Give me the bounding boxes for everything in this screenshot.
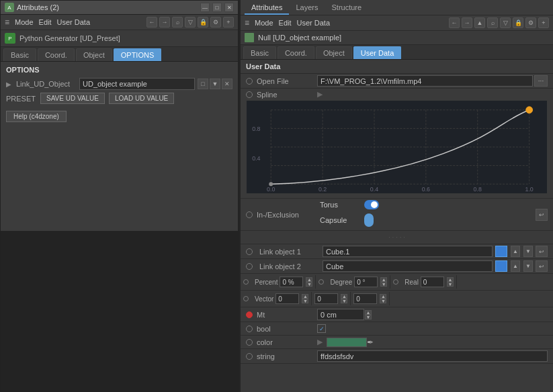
color-row: color ▶ ✒ <box>241 336 553 349</box>
r-lock-btn[interactable]: 🔒 <box>513 17 523 28</box>
v3-up[interactable]: ▲ <box>380 294 386 299</box>
mt-up[interactable]: ▲ <box>365 310 372 315</box>
eyedropper-icon[interactable]: ✒ <box>367 338 374 347</box>
link1-opts-btn[interactable]: ↩ <box>536 246 548 257</box>
user-data-menu[interactable]: User Data <box>57 18 91 26</box>
back-btn[interactable]: ← <box>146 17 157 28</box>
right-content: User Data Open File ··· Spline ▶ <box>241 60 553 392</box>
forward-btn[interactable]: → <box>159 17 170 28</box>
tab-coord[interactable]: Coord. <box>38 48 75 61</box>
search-btn[interactable]: ⌕ <box>172 17 183 28</box>
link-icon-2[interactable]: ▼ <box>210 79 220 89</box>
link2-opts-btn[interactable]: ↩ <box>536 260 548 272</box>
link1-circle <box>246 248 253 255</box>
color-swatch[interactable] <box>327 338 367 347</box>
exclusion-item-capsule: Capsule <box>320 213 536 227</box>
right-panel: Attributes Layers Structure ≡ Mode Edit … <box>241 0 553 392</box>
link1-color-btn[interactable] <box>495 246 507 257</box>
link1-input[interactable] <box>323 246 493 257</box>
spline-chart[interactable]: 0.8 0.4 0.0 0.2 0.4 0.6 0.8 1.0 <box>246 100 548 194</box>
save-ud-button[interactable]: SAVE UD VALUE <box>40 93 105 104</box>
vector3-input[interactable] <box>353 293 377 304</box>
link-icon-3[interactable]: ✕ <box>222 79 232 89</box>
mt-dn[interactable]: ▼ <box>365 315 372 320</box>
tab-options[interactable]: OPTIONS <box>114 48 162 61</box>
right-user-data-menu[interactable]: User Data <box>297 19 331 27</box>
link1-label: Link object 1 <box>259 248 320 256</box>
add-btn[interactable]: + <box>223 17 234 28</box>
mt-input[interactable] <box>317 309 364 320</box>
degree-up[interactable]: ▲ <box>380 277 387 282</box>
torus-name: Torus <box>320 201 360 209</box>
svg-point-20 <box>269 182 273 186</box>
null-icon <box>245 33 254 42</box>
torus-toggle[interactable] <box>364 200 379 209</box>
capsule-icon <box>364 213 374 227</box>
v1-dn[interactable]: ▼ <box>302 299 308 303</box>
filter-btn[interactable]: ▽ <box>185 17 196 28</box>
link2-arrow-up[interactable]: ▲ <box>511 260 520 272</box>
vector1-input[interactable] <box>275 293 299 304</box>
right-menubar: ≡ Mode Edit User Data ← → ▲ ⌕ ▽ 🔒 ⚙ + <box>241 15 553 31</box>
right-mode-menu[interactable]: Mode <box>255 19 273 27</box>
degree-input[interactable] <box>354 277 378 287</box>
percent-input[interactable] <box>280 277 303 287</box>
right-menu-icon[interactable]: ≡ <box>245 18 249 28</box>
v1-up[interactable]: ▲ <box>302 294 308 299</box>
tab-layers[interactable]: Layers <box>289 1 325 15</box>
sub-tab-coord[interactable]: Coord. <box>278 46 314 59</box>
settings-btn[interactable]: ⚙ <box>210 17 221 28</box>
link1-arrow-dn[interactable]: ▼ <box>523 246 533 257</box>
string-input[interactable] <box>317 350 548 362</box>
link2-color-btn[interactable] <box>495 260 507 272</box>
bool-checkbox[interactable]: ✓ <box>317 324 326 333</box>
svg-text:0.8: 0.8 <box>474 186 482 193</box>
tab-attributes[interactable]: Attributes <box>245 1 289 15</box>
close-button[interactable]: ✕ <box>224 3 234 12</box>
help-button[interactable]: Help (c4dzone) <box>6 111 67 122</box>
tab-basic[interactable]: Basic <box>3 48 36 61</box>
real-dn[interactable]: ▼ <box>447 282 454 287</box>
open-file-dots-btn[interactable]: ··· <box>534 75 548 87</box>
open-file-input[interactable] <box>317 75 533 87</box>
tab-structure[interactable]: Structure <box>325 1 369 15</box>
v2-up[interactable]: ▲ <box>341 294 347 299</box>
exclusion-options-btn[interactable]: ↩ <box>536 209 548 221</box>
sub-tab-basic[interactable]: Basic <box>243 46 276 59</box>
lock-btn[interactable]: 🔒 <box>198 17 208 28</box>
r-settings-btn[interactable]: ⚙ <box>525 17 536 28</box>
link-ud-input[interactable] <box>79 78 195 90</box>
link2-arrow-dn[interactable]: ▼ <box>523 260 533 272</box>
r-back-btn[interactable]: ← <box>449 17 460 28</box>
v1-spinner: ▲ ▼ <box>302 294 308 303</box>
r-filter-btn[interactable]: ▽ <box>500 17 511 28</box>
r-up-btn[interactable]: ▲ <box>474 17 485 28</box>
mode-menu[interactable]: Mode <box>15 18 34 26</box>
link1-arrow-up[interactable]: ▲ <box>511 246 520 257</box>
degree-dn[interactable]: ▼ <box>380 282 387 287</box>
right-edit-menu[interactable]: Edit <box>279 19 292 27</box>
sub-tab-object[interactable]: Object <box>316 46 352 59</box>
r-search-btn[interactable]: ⌕ <box>487 17 498 28</box>
v3-dn[interactable]: ▼ <box>380 299 386 303</box>
color-circle <box>246 339 253 346</box>
v2-dn[interactable]: ▼ <box>341 299 347 303</box>
percent-up[interactable]: ▲ <box>306 277 312 282</box>
plugin-row: P Python Generator [UD_Preset] <box>1 30 238 47</box>
load-ud-button[interactable]: LOAD UD VALUE <box>109 93 174 104</box>
sub-tab-user-data[interactable]: User Data <box>353 46 402 59</box>
menu-icon[interactable]: ≡ <box>5 17 9 27</box>
r-fwd-btn[interactable]: → <box>462 17 472 28</box>
link-ud-object-row: ▶ Link_UD_Object □ ▼ ✕ <box>6 78 232 90</box>
tab-object[interactable]: Object <box>76 48 112 61</box>
r-add-btn[interactable]: + <box>538 17 549 28</box>
real-up[interactable]: ▲ <box>447 277 454 282</box>
link-icon-1[interactable]: □ <box>198 79 208 89</box>
percent-dn[interactable]: ▼ <box>306 282 312 287</box>
real-input[interactable] <box>421 277 444 287</box>
minimize-button[interactable]: — <box>200 3 210 12</box>
vector2-input[interactable] <box>314 293 338 304</box>
maximize-button[interactable]: □ <box>212 3 222 12</box>
edit-menu[interactable]: Edit <box>39 18 52 26</box>
link2-input[interactable] <box>323 260 493 272</box>
